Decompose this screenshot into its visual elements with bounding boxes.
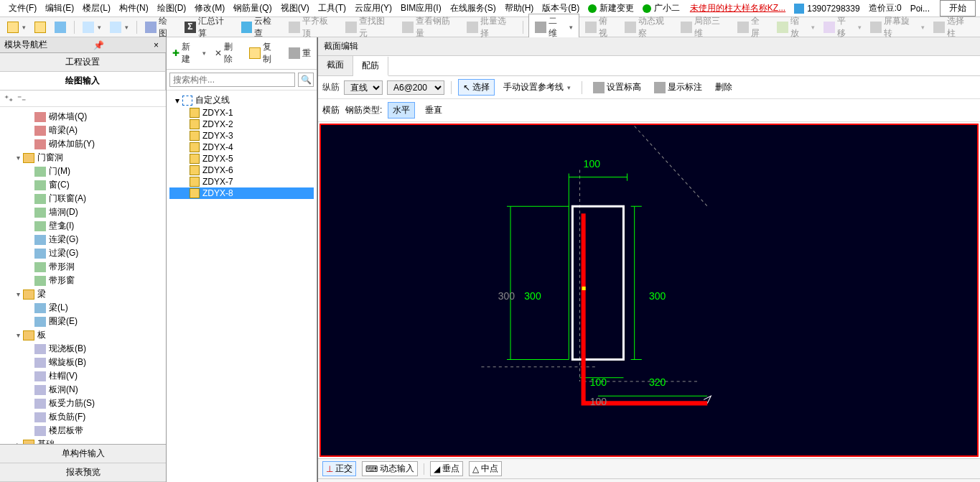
menu-floor[interactable]: 楼层(L)	[78, 1, 115, 16]
find-elem-button[interactable]: 查找图元	[342, 14, 396, 41]
tree-item[interactable]: 螺旋板(B)	[1, 356, 164, 369]
tree-item[interactable]: ▸基础	[1, 437, 164, 444]
tree-item[interactable]: 板受力筋(S)	[1, 397, 164, 410]
tree-item[interactable]: ▾门窗洞	[1, 151, 164, 164]
tree-item[interactable]: 楼层板带	[1, 424, 164, 437]
tree-item[interactable]: 壁龛(I)	[1, 219, 164, 233]
comp-item[interactable]: ZDYX-7	[169, 176, 314, 187]
tab-draw-input[interactable]: 绘图输入	[0, 72, 166, 90]
component-tree[interactable]: 砌体墙(Q)暗梁(A)砌体加筋(Y)▾门窗洞门(M)窗(C)门联窗(A)墙洞(D…	[0, 107, 166, 444]
tree-item[interactable]: 带形窗	[1, 274, 164, 287]
comp-root[interactable]: ▾自定义线	[169, 93, 314, 107]
sum-button[interactable]: Σ汇总计算	[182, 14, 235, 41]
zoom-button[interactable]: 缩放	[774, 14, 818, 41]
select-tool-button[interactable]: ↖选择	[458, 79, 495, 96]
select-column-button[interactable]: 选择柱	[930, 14, 976, 41]
nav-close-icon[interactable]: ×	[151, 40, 162, 50]
mid-delete-button[interactable]: ✕删除	[212, 40, 244, 67]
dyn-input-toggle[interactable]: ⌨动态输入	[362, 461, 418, 476]
expand-icon[interactable]: ▾	[13, 290, 23, 298]
local3d-button[interactable]: 局部三维	[678, 14, 732, 41]
fullscreen-button[interactable]: 全屏	[734, 14, 771, 41]
expand-icon[interactable]: ▾	[13, 331, 23, 339]
bird-view-button[interactable]: 俯视	[582, 14, 619, 41]
comp-item[interactable]: ZDYX-1	[169, 107, 314, 119]
tree-item[interactable]: 砌体加筋(Y)	[1, 137, 164, 151]
account-button[interactable]: 13907298339	[790, 4, 864, 14]
dyn-view-button[interactable]: 动态观察	[622, 14, 676, 41]
subtab-plus[interactable]: ⁺₊	[4, 93, 13, 103]
tree-item[interactable]: 板负筋(F)	[1, 410, 164, 424]
tab-single-input[interactable]: 单构件输入	[0, 445, 166, 463]
file-open-button[interactable]	[32, 20, 49, 34]
redo-button[interactable]	[107, 20, 131, 34]
comp-item[interactable]: ZDYX-4	[169, 142, 314, 153]
batch-select-button[interactable]: 批量选择	[464, 14, 518, 41]
tree-item[interactable]: 门(M)	[1, 164, 164, 178]
tree-item[interactable]: 墙洞(D)	[1, 205, 164, 219]
tree-item[interactable]: 暗梁(A)	[1, 124, 164, 137]
current-user[interactable]: 广小二	[638, 2, 684, 14]
tab-report-preview[interactable]: 报表预览	[0, 463, 166, 482]
cloud-check-button[interactable]: 云检查	[238, 14, 284, 41]
tree-item[interactable]: 砌体墙(Q)	[1, 110, 164, 124]
tree-item[interactable]: 柱帽(V)	[1, 369, 164, 383]
mid-copy-button[interactable]: 复制	[246, 40, 283, 67]
view-2d-dropdown[interactable]: 二维	[528, 14, 579, 41]
tab-section[interactable]: 截面	[318, 56, 353, 75]
mid-snap-toggle[interactable]: △中点	[469, 461, 502, 476]
mid-new-button[interactable]: ✚新建	[169, 40, 209, 67]
screen-rotate-button[interactable]: 屏幕旋转	[867, 14, 928, 41]
expand-icon[interactable]: ▾	[172, 96, 182, 106]
tree-item[interactable]: 板洞(N)	[1, 383, 164, 397]
file-save-button[interactable]	[52, 20, 69, 34]
expand-icon[interactable]: ▾	[13, 154, 23, 162]
delete-rebar-button[interactable]: 删除	[711, 80, 737, 95]
nav-pin-icon[interactable]: 📌	[90, 40, 107, 50]
horizontal-option[interactable]: 水平	[388, 102, 415, 119]
ortho-toggle[interactable]: ⊥正交	[322, 461, 356, 476]
vertical-option[interactable]: 垂直	[421, 103, 447, 118]
search-button[interactable]: 🔍	[298, 73, 314, 87]
draw-button[interactable]: 绘图	[142, 14, 179, 41]
comp-item[interactable]: ZDYX-2	[169, 119, 314, 130]
tree-item[interactable]: ▾板	[1, 328, 164, 342]
set-elevation-button[interactable]: 设置标高	[589, 80, 645, 95]
comp-item[interactable]: ZDYX-3	[169, 130, 314, 142]
mid-more-button[interactable]: 重	[286, 46, 314, 61]
show-dim-button[interactable]: 显示标注	[650, 80, 706, 95]
pan-button[interactable]: 平移	[821, 14, 864, 41]
menu-edit[interactable]: 编辑(E)	[41, 1, 78, 16]
tree-item[interactable]: 过梁(G)	[1, 246, 164, 260]
subtab-minus[interactable]: ⁻₋	[17, 93, 26, 103]
dim-right[interactable]: 300	[649, 290, 666, 302]
tree-item[interactable]: 圈梁(E)	[1, 315, 164, 328]
manual-ref-button[interactable]: 手动设置参考线	[499, 80, 575, 95]
tree-item[interactable]: 梁(L)	[1, 301, 164, 315]
rebar-spec-select[interactable]: A6@200	[387, 80, 444, 95]
search-input[interactable]	[169, 73, 295, 87]
tree-item[interactable]: 连梁(G)	[1, 233, 164, 246]
undo-button[interactable]	[80, 20, 104, 34]
dim-top[interactable]: 100	[584, 158, 600, 170]
menu-file[interactable]: 文件(F)	[4, 1, 41, 16]
comp-item[interactable]: ZDYX-6	[169, 164, 314, 176]
tree-item[interactable]: 现浇板(B)	[1, 342, 164, 356]
file-new-button[interactable]	[4, 20, 29, 34]
line-type-select[interactable]: 直线	[344, 80, 383, 95]
section-canvas[interactable]: 100 300 300 300 100 100 320	[319, 124, 979, 457]
comp-item[interactable]: ZDYX-5	[169, 153, 314, 164]
view-rebar-button[interactable]: 查看钢筋量	[399, 14, 462, 41]
tree-item[interactable]: ▾梁	[1, 287, 164, 301]
perp-snap-toggle[interactable]: ◢垂点	[430, 461, 463, 476]
dim-b2[interactable]: 320	[649, 376, 666, 388]
tree-item[interactable]: 带形洞	[1, 260, 164, 274]
component-list[interactable]: ▾自定义线ZDYX-1ZDYX-2ZDYX-3ZDYX-4ZDYX-5ZDYX-…	[167, 91, 317, 482]
dim-left[interactable]: 300	[524, 290, 541, 302]
flat-top-button[interactable]: 平齐板顶	[286, 14, 340, 41]
dim-b1[interactable]: 100	[590, 376, 607, 388]
comp-item[interactable]: ZDYX-8	[169, 187, 314, 199]
tab-project-settings[interactable]: 工程设置	[0, 53, 166, 71]
tree-item[interactable]: 窗(C)	[1, 178, 164, 192]
tree-item[interactable]: 门联窗(A)	[1, 192, 164, 205]
